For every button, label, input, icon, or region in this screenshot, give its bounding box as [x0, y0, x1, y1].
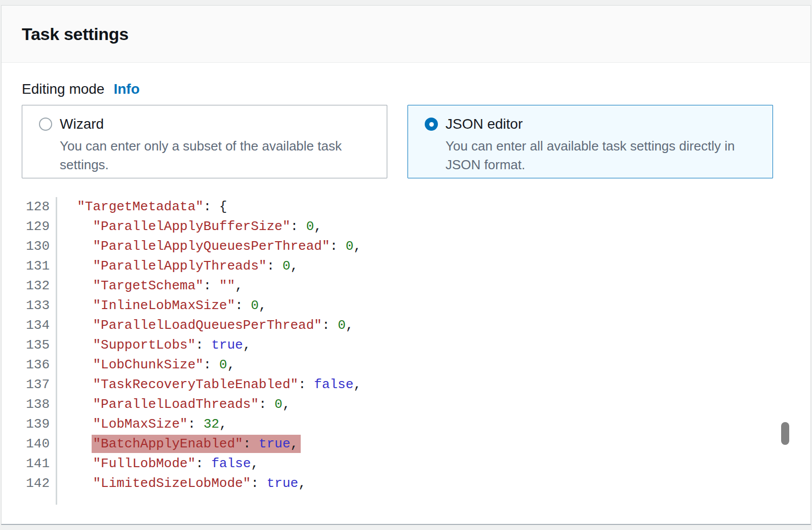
wizard-radio-row: Wizard	[39, 116, 367, 132]
code-token-b: true	[267, 476, 298, 491]
line-number: 129	[22, 217, 50, 237]
code-content[interactable]: "TargetMetadata": { "ParallelApplyBuffer…	[57, 197, 361, 505]
code-token-p: ,	[314, 219, 322, 234]
code-token-k: "BatchApplyEnabled"	[93, 436, 242, 451]
wizard-radio-button[interactable]	[39, 118, 52, 131]
code-token-p: :	[322, 318, 338, 333]
code-token-n: 0	[306, 219, 314, 234]
code-line[interactable]: "ParallelApplyBufferSize": 0,	[61, 217, 361, 237]
code-token-p: ,	[259, 298, 267, 313]
code-line[interactable]: "TargetSchema": "",	[61, 276, 361, 296]
line-number: 130	[22, 237, 50, 256]
json-editor-option-label: JSON editor	[445, 116, 523, 132]
code-token-p: :	[188, 417, 204, 432]
code-line[interactable]: "InlineLobMaxSize": 0,	[61, 296, 361, 316]
panel-body: Editing mode Info Wizard You can enter o…	[2, 63, 810, 505]
code-token-p: :	[243, 436, 259, 451]
code-token-k: "ParallelApplyQueuesPerThread"	[93, 239, 330, 254]
code-token-p: :	[235, 298, 251, 313]
editing-mode-field-row: Editing mode Info	[22, 81, 790, 97]
code-token-k: "LobChunkSize"	[93, 357, 203, 372]
code-token-b: true	[259, 436, 290, 451]
code-token-n: 0	[338, 318, 346, 333]
code-token-k: "LimitedSizeLobMode"	[93, 476, 251, 491]
code-token-b: false	[211, 456, 251, 471]
json-editor-option-description: You can enter all available task setting…	[445, 137, 752, 174]
code-token-k: "ParallelApplyThreads"	[93, 258, 266, 274]
code-line[interactable]: "TaskRecoveryTableEnabled": false,	[61, 375, 361, 395]
code-token-p: ,	[291, 436, 299, 451]
wizard-option-label: Wizard	[60, 116, 104, 132]
code-token-k: "FullLobMode"	[93, 456, 195, 471]
line-number: 134	[22, 316, 50, 335]
code-token-p: ,	[346, 318, 354, 333]
code-line[interactable]: "FullLobMode": false,	[61, 454, 361, 474]
line-number: 131	[22, 256, 50, 276]
code-token-p: ,	[353, 377, 361, 392]
code-token-k: "InlineLobMaxSize"	[93, 298, 235, 313]
code-line[interactable]: "SupportLobs": true,	[61, 335, 361, 355]
code-token-p: :	[195, 456, 211, 471]
code-token-k: "TaskRecoveryTableEnabled"	[93, 377, 298, 392]
code-token-n: 0	[346, 239, 354, 254]
line-number: 141	[22, 454, 50, 474]
line-number: 128	[22, 197, 50, 217]
line-number: 133	[22, 296, 50, 316]
task-settings-panel: Task settings Editing mode Info Wizard Y…	[1, 5, 811, 525]
code-line[interactable]: "TargetMetadata": {	[61, 197, 361, 217]
scrollbar-thumb[interactable]	[781, 422, 789, 445]
code-token-k: "ParallelApplyBufferSize"	[93, 219, 290, 234]
code-token-p: :	[291, 219, 306, 234]
code-token-p: ,	[353, 239, 361, 254]
panel-header: Task settings	[2, 6, 810, 63]
code-line[interactable]: "ParallelLoadQueuesPerThread": 0,	[61, 316, 361, 335]
code-token-p: ,	[227, 357, 235, 372]
code-token-k: "TargetSchema"	[93, 278, 203, 293]
json-code-editor[interactable]: 1281291301311321331341351361371381391401…	[22, 197, 790, 505]
line-number-gutter: 1281291301311321331341351361371381391401…	[22, 197, 57, 505]
line-number: 135	[22, 335, 50, 355]
page-title: Task settings	[22, 24, 129, 44]
editing-mode-options: Wizard You can enter only a subset of th…	[22, 105, 790, 178]
code-token-p: :	[298, 377, 314, 392]
code-token-k: "SupportLobs"	[93, 337, 195, 353]
code-token-n: 32	[204, 417, 219, 432]
line-number: 136	[22, 355, 50, 375]
code-line[interactable]: "LobMaxSize": 32,	[61, 414, 361, 434]
line-number: 139	[22, 414, 50, 434]
code-token-s: ""	[219, 278, 235, 293]
wizard-option-card[interactable]: Wizard You can enter only a subset of th…	[22, 105, 387, 178]
code-line[interactable]: "ParallelApplyThreads": 0,	[61, 256, 361, 276]
code-token-p: ,	[291, 258, 299, 274]
code-token-k: "TargetMetadata"	[77, 199, 204, 214]
json-editor-radio-row: JSON editor	[425, 116, 752, 132]
code-token-p: ,	[298, 476, 306, 491]
code-token-p: :	[204, 357, 219, 372]
code-line[interactable]: "LimitedSizeLobMode": true,	[61, 474, 361, 494]
info-link[interactable]: Info	[113, 81, 139, 97]
code-token-p: ,	[251, 456, 259, 471]
wizard-option-description: You can enter only a subset of the avail…	[60, 137, 366, 174]
code-token-k: "LobMaxSize"	[93, 417, 187, 432]
code-line[interactable]: "LobChunkSize": 0,	[61, 355, 361, 375]
code-line[interactable]: "ParallelApplyQueuesPerThread": 0,	[61, 237, 361, 256]
line-number: 140	[22, 434, 50, 454]
code-token-p: ,	[219, 417, 227, 432]
code-token-p: :	[330, 239, 346, 254]
code-line[interactable]: "ParallelLoadThreads": 0,	[61, 395, 361, 414]
code-token-b: true	[211, 337, 242, 353]
code-token-k: "ParallelLoadQueuesPerThread"	[93, 318, 321, 333]
code-token-p: ,	[282, 397, 291, 412]
line-number: 132	[22, 276, 50, 296]
highlighted-code: "BatchApplyEnabled": true,	[92, 435, 301, 453]
code-token-n: 0	[274, 397, 282, 412]
code-token-n: 0	[219, 357, 227, 372]
editing-mode-label: Editing mode	[22, 81, 104, 97]
line-number: 142	[22, 474, 50, 494]
code-token-b: false	[314, 377, 353, 392]
code-token-p: :	[195, 337, 211, 353]
code-line[interactable]: "BatchApplyEnabled": true,	[61, 434, 361, 454]
json-editor-radio-button[interactable]	[425, 118, 438, 131]
code-token-p: ,	[235, 278, 243, 293]
json-editor-option-card[interactable]: JSON editor You can enter all available …	[408, 105, 773, 178]
